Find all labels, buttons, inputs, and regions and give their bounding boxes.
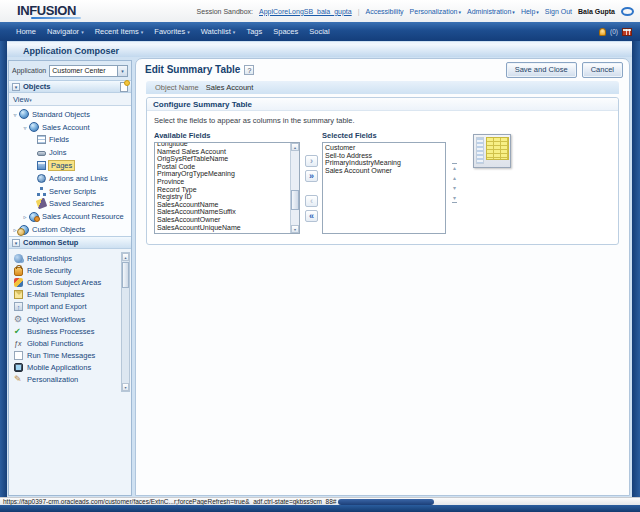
common-setup-global-functions[interactable]: Global Functions bbox=[9, 337, 131, 349]
tree-item-sales-account[interactable]: Sales Account bbox=[9, 121, 131, 134]
nav-tags[interactable]: Tags bbox=[246, 27, 262, 36]
list-item[interactable]: Customer bbox=[325, 144, 445, 152]
common-setup-email-templates[interactable]: E-Mail Templates bbox=[9, 289, 131, 301]
notifications-bell-icon[interactable] bbox=[599, 28, 606, 36]
scrollbar-thumb[interactable] bbox=[122, 262, 129, 288]
nav-home[interactable]: Home bbox=[16, 27, 36, 36]
nav-watchlist[interactable]: Watchlist bbox=[201, 27, 236, 36]
configure-summary-table-section: Configure Summary Table Select the field… bbox=[146, 97, 619, 245]
chevron-down-icon[interactable] bbox=[117, 66, 127, 76]
list-item[interactable]: OrigSysRefTableName bbox=[157, 155, 288, 163]
help-menu[interactable]: Help bbox=[521, 8, 539, 15]
common-setup-personalization[interactable]: Personalization bbox=[9, 374, 131, 386]
scroll-up-icon[interactable] bbox=[291, 143, 299, 151]
expander-closed-icon[interactable] bbox=[21, 213, 29, 220]
list-item[interactable]: Sell-to Address bbox=[325, 152, 445, 160]
scroll-down-icon[interactable] bbox=[291, 225, 299, 233]
accessibility-link[interactable]: Accessibility bbox=[365, 8, 403, 15]
remove-selected-icon[interactable] bbox=[305, 195, 318, 207]
personalization-menu[interactable]: Personalization bbox=[410, 8, 461, 15]
view-menu[interactable]: View bbox=[9, 93, 131, 106]
list-item[interactable]: Province bbox=[157, 178, 288, 186]
common-setup-role-security[interactable]: Role Security bbox=[9, 264, 131, 276]
session-sandbox-link[interactable]: ApplCoreLongSB_bala_gupta bbox=[259, 8, 352, 15]
list-item[interactable]: PrimaryOrgTypeMeaning bbox=[157, 170, 288, 178]
import-export-icon bbox=[14, 302, 23, 311]
common-setup-custom-subject-areas[interactable]: Custom Subject Areas bbox=[9, 276, 131, 288]
tree-item-sales-account-resource[interactable]: Sales Account Resource bbox=[9, 210, 131, 223]
session-sandbox-label: Session Sandbox: bbox=[197, 8, 253, 15]
collapse-common-setup-icon[interactable] bbox=[12, 239, 20, 247]
cancel-button[interactable]: Cancel bbox=[582, 62, 623, 78]
nav-spaces[interactable]: Spaces bbox=[273, 27, 298, 36]
help-icon[interactable] bbox=[244, 65, 254, 75]
bottom-frame-edge bbox=[0, 505, 640, 512]
expander-open-icon[interactable] bbox=[11, 111, 19, 118]
common-setup-import-export[interactable]: Import and Export bbox=[9, 301, 131, 313]
list-item[interactable]: Postal Code bbox=[157, 163, 288, 171]
tree-item-saved-searches[interactable]: Saved Searches bbox=[9, 198, 131, 211]
section-title: Configure Summary Table bbox=[147, 98, 618, 111]
tree-item-server-scripts[interactable]: Server Scripts bbox=[9, 185, 131, 198]
list-item[interactable]: Record Type bbox=[157, 186, 288, 194]
scroll-down-icon[interactable] bbox=[122, 383, 129, 391]
move-down-icon[interactable] bbox=[452, 184, 457, 192]
scroll-up-icon[interactable] bbox=[122, 253, 129, 261]
list-item[interactable]: SalesAccountName bbox=[157, 201, 288, 209]
lock-icon bbox=[14, 267, 23, 276]
apps-grid-icon[interactable] bbox=[622, 28, 632, 36]
tree-item-actions-and-links[interactable]: Actions and Links bbox=[9, 172, 131, 185]
divider: | bbox=[358, 8, 360, 15]
save-and-close-button[interactable]: Save and Close bbox=[506, 62, 577, 78]
collapse-objects-icon[interactable] bbox=[12, 83, 20, 91]
new-object-icon[interactable] bbox=[120, 82, 128, 92]
sidebar-scrollbar[interactable] bbox=[121, 252, 130, 392]
list-scrollbar[interactable] bbox=[290, 143, 299, 233]
tree-item-joins[interactable]: Joins bbox=[9, 146, 131, 159]
common-setup-run-time-messages[interactable]: Run Time Messages bbox=[9, 350, 131, 362]
frame-left-edge bbox=[0, 41, 7, 505]
objects-section-header: Objects bbox=[9, 80, 131, 93]
nav-recent-items[interactable]: Recent Items bbox=[95, 27, 144, 36]
expander-open-icon[interactable] bbox=[21, 124, 29, 131]
list-item[interactable]: Registry ID bbox=[157, 193, 288, 201]
move-all-icon[interactable] bbox=[305, 170, 318, 182]
common-setup-relationships[interactable]: Relationships bbox=[9, 252, 131, 264]
tree-item-custom-objects[interactable]: Custom Objects bbox=[9, 223, 131, 236]
sign-out-link[interactable]: Sign Out bbox=[545, 8, 572, 15]
server-scripts-icon bbox=[37, 187, 46, 196]
common-setup-business-processes[interactable]: Business Processes bbox=[9, 325, 131, 337]
tree-item-pages[interactable]: Pages bbox=[9, 159, 131, 172]
object-sphere-icon bbox=[19, 109, 29, 119]
move-to-bottom-icon[interactable] bbox=[452, 194, 457, 203]
list-item[interactable]: SalesAccountNameSuffix bbox=[157, 208, 288, 216]
tree-item-fields[interactable]: Fields bbox=[9, 134, 131, 147]
tree-item-standard-objects[interactable]: Standard Objects bbox=[9, 108, 131, 121]
list-item[interactable]: Named Sales Account bbox=[157, 148, 288, 156]
common-setup-mobile-applications[interactable]: Mobile Applications bbox=[9, 362, 131, 374]
objects-tree: Standard Objects Sales Account Fields Jo… bbox=[9, 106, 131, 236]
saved-searches-icon bbox=[36, 198, 48, 210]
selected-fields-list[interactable]: Customer Sell-to Address PrimaryIndustry… bbox=[322, 142, 446, 234]
nav-favorites[interactable]: Favorites bbox=[154, 27, 189, 36]
pages-icon bbox=[37, 161, 46, 170]
available-fields-list[interactable]: Longitude Named Sales Account OrigSysRef… bbox=[154, 142, 300, 234]
move-to-top-icon[interactable] bbox=[452, 163, 457, 172]
move-up-icon[interactable] bbox=[452, 174, 457, 182]
nav-navigator[interactable]: Navigator bbox=[47, 27, 84, 36]
list-item[interactable]: SalesAccountOwner bbox=[157, 216, 288, 224]
application-select[interactable]: Customer Center bbox=[49, 65, 128, 77]
list-item[interactable]: SalesAccountUniqueName bbox=[157, 224, 288, 232]
list-item[interactable]: PrimaryIndustryMeaning bbox=[325, 159, 445, 167]
list-item[interactable]: Sales Account Owner bbox=[325, 167, 445, 175]
preview-table-graphic bbox=[486, 137, 509, 160]
mobile-icon bbox=[14, 363, 23, 372]
common-setup-object-workflows[interactable]: Object Workflows bbox=[9, 313, 131, 325]
shuttle-component: Available Fields Longitude Named Sales A… bbox=[147, 131, 618, 234]
scrollbar-thumb[interactable] bbox=[291, 190, 299, 210]
move-selected-icon[interactable] bbox=[305, 155, 318, 167]
remove-all-icon[interactable] bbox=[305, 210, 318, 222]
status-url: https://fap0397-crm.oracleads.com/custom… bbox=[3, 498, 336, 505]
nav-social[interactable]: Social bbox=[309, 27, 329, 36]
administration-menu[interactable]: Administration bbox=[467, 8, 515, 15]
